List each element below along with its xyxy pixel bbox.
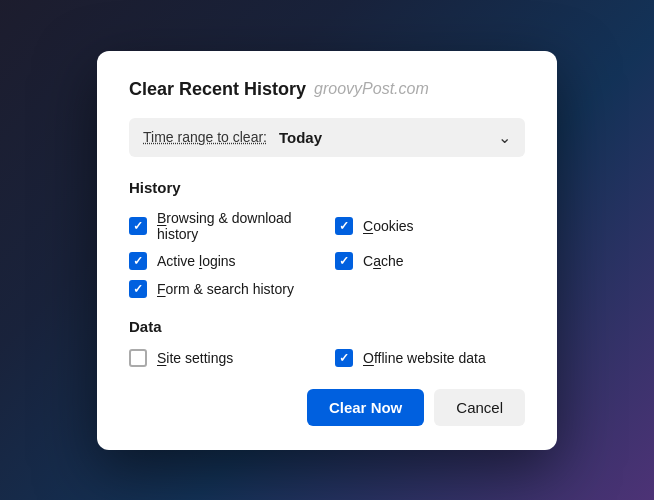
data-checkbox-grid: Site settings ✓ Offline website data [129, 349, 525, 367]
checkbox-form-search[interactable]: ✓ Form & search history [129, 280, 525, 298]
time-range-select[interactable]: Today Last Hour Last Two Hours Last Four… [279, 129, 486, 146]
checkbox-cookies-box[interactable]: ✓ [335, 217, 353, 235]
dialog-title-row: Clear Recent History groovyPost.com [129, 79, 525, 100]
cancel-button[interactable]: Cancel [434, 389, 525, 426]
chevron-down-icon: ⌄ [498, 128, 511, 147]
clear-now-button[interactable]: Clear Now [307, 389, 424, 426]
history-checkbox-grid: ✓ Browsing & download history ✓ Cookies … [129, 210, 525, 298]
checkbox-active-logins-label: Active logins [157, 253, 236, 269]
checkbox-offline-data[interactable]: ✓ Offline website data [335, 349, 525, 367]
checkbox-cache[interactable]: ✓ Cache [335, 252, 525, 270]
checkbox-browsing-label: Browsing & download history [157, 210, 319, 242]
checkmark-icon: ✓ [339, 352, 349, 364]
checkmark-icon: ✓ [133, 220, 143, 232]
checkbox-offline-data-box[interactable]: ✓ [335, 349, 353, 367]
history-section: History ✓ Browsing & download history ✓ … [129, 179, 525, 298]
checkbox-active-logins-box[interactable]: ✓ [129, 252, 147, 270]
history-section-title: History [129, 179, 525, 196]
checkbox-browsing-box[interactable]: ✓ [129, 217, 147, 235]
checkmark-icon: ✓ [339, 220, 349, 232]
checkbox-cookies[interactable]: ✓ Cookies [335, 210, 525, 242]
button-row: Clear Now Cancel [129, 389, 525, 426]
checkbox-active-logins[interactable]: ✓ Active logins [129, 252, 319, 270]
time-range-label: Time range to clear: [143, 129, 267, 145]
checkbox-site-settings-label: Site settings [157, 350, 233, 366]
clear-history-dialog: Clear Recent History groovyPost.com Time… [97, 51, 557, 450]
checkmark-icon: ✓ [339, 255, 349, 267]
checkbox-cache-box[interactable]: ✓ [335, 252, 353, 270]
checkbox-site-settings[interactable]: Site settings [129, 349, 319, 367]
checkmark-icon: ✓ [133, 283, 143, 295]
watermark: groovyPost.com [314, 80, 429, 98]
time-range-row: Time range to clear: Today Last Hour Las… [129, 118, 525, 157]
checkbox-cookies-label: Cookies [363, 218, 414, 234]
checkbox-form-search-box[interactable]: ✓ [129, 280, 147, 298]
checkbox-cache-label: Cache [363, 253, 404, 269]
dialog-title: Clear Recent History [129, 79, 306, 100]
checkbox-browsing[interactable]: ✓ Browsing & download history [129, 210, 319, 242]
checkbox-offline-data-label: Offline website data [363, 350, 486, 366]
checkmark-icon: ✓ [133, 255, 143, 267]
checkbox-form-search-label: Form & search history [157, 281, 294, 297]
checkbox-site-settings-box[interactable] [129, 349, 147, 367]
data-section: Data Site settings ✓ Offline website dat… [129, 318, 525, 367]
data-section-title: Data [129, 318, 525, 335]
